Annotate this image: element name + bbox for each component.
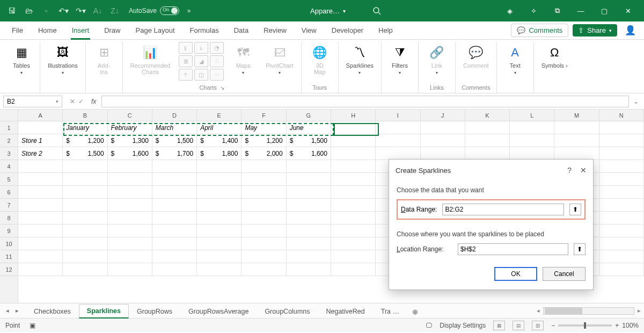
row-header-12[interactable]: 12 [0, 263, 18, 276]
cell[interactable] [197, 225, 241, 237]
cell[interactable] [599, 212, 644, 225]
location-range-input[interactable] [458, 243, 568, 255]
save-icon[interactable]: 🖫 [4, 3, 19, 18]
cell[interactable] [241, 173, 286, 186]
cell[interactable] [197, 237, 241, 250]
cell[interactable] [152, 225, 197, 237]
account-icon[interactable]: 👤 [621, 22, 639, 39]
cell[interactable] [108, 160, 152, 173]
row-header-8[interactable]: 8 [0, 212, 18, 225]
row-header-1[interactable]: 1 [0, 121, 18, 134]
cell[interactable] [331, 147, 376, 160]
symbols-button[interactable]: Ω Symbols › [538, 42, 571, 71]
col-header-L[interactable]: L [510, 110, 554, 121]
cell[interactable] [331, 199, 376, 212]
cell[interactable] [108, 199, 152, 212]
row-header-5[interactable]: 5 [0, 173, 18, 186]
cell[interactable]: $1,200 [241, 134, 286, 147]
cell[interactable] [599, 160, 644, 173]
cell[interactable] [152, 250, 197, 263]
cell[interactable] [287, 225, 331, 237]
cell[interactable] [287, 263, 331, 276]
cell[interactable] [241, 263, 286, 276]
cell[interactable] [376, 147, 420, 160]
cell[interactable] [599, 173, 644, 186]
cell[interactable] [18, 225, 63, 237]
sheet-grouprows[interactable]: GroupRows [129, 304, 180, 318]
cell[interactable] [599, 263, 644, 276]
maps-button[interactable]: 🗺 Maps▾ [229, 42, 257, 78]
cell[interactable] [18, 173, 63, 186]
col-header-I[interactable]: I [376, 110, 420, 121]
cell[interactable]: $1,500 [63, 147, 107, 160]
cell[interactable]: $1,600 [108, 147, 152, 160]
accept-formula-icon[interactable]: ✓ [78, 98, 84, 105]
sheet-tra[interactable]: Tra … [373, 304, 407, 318]
view-pagebreak-icon[interactable]: ▥ [532, 321, 544, 330]
tables-button[interactable]: ▦ Tables▾ [8, 42, 35, 78]
cell[interactable] [599, 147, 644, 160]
cell[interactable] [197, 250, 241, 263]
cell[interactable] [18, 237, 63, 250]
sheet-negred[interactable]: NegativeRed [318, 304, 372, 318]
cell[interactable] [18, 212, 63, 225]
col-header-K[interactable]: K [465, 110, 510, 121]
tab-help[interactable]: Help [372, 21, 399, 40]
cell[interactable] [465, 134, 510, 147]
share-button[interactable]: ⇪ Share ▾ [573, 24, 617, 37]
cell[interactable] [197, 263, 241, 276]
cell[interactable] [152, 186, 197, 199]
tab-data[interactable]: Data [228, 21, 255, 40]
cell[interactable]: $1,300 [108, 134, 152, 147]
comment-button[interactable]: 💬 Comment [460, 42, 492, 71]
sheet-groupcols[interactable]: GroupColumns [257, 304, 318, 318]
cell[interactable] [18, 160, 63, 173]
cell[interactable] [465, 147, 510, 160]
cell[interactable] [241, 225, 286, 237]
cell[interactable] [510, 121, 554, 134]
zoom-slider[interactable] [558, 324, 612, 327]
cell[interactable] [152, 263, 197, 276]
sparklines-button[interactable]: 〽 Sparklines▾ [343, 42, 377, 78]
cell[interactable] [197, 186, 241, 199]
cell[interactable] [241, 160, 286, 173]
zoom-in-icon[interactable]: + [615, 322, 619, 329]
cell[interactable] [18, 199, 63, 212]
cell[interactable] [241, 250, 286, 263]
dialog-close-icon[interactable]: ✕ [580, 166, 587, 175]
row-header-4[interactable]: 4 [0, 160, 18, 173]
cell[interactable] [599, 237, 644, 250]
cell[interactable] [599, 186, 644, 199]
redo-icon[interactable]: ↷▾ [73, 3, 88, 18]
cell[interactable]: June [287, 121, 331, 134]
cancel-button[interactable]: Cancel [543, 267, 586, 281]
cell[interactable] [18, 263, 63, 276]
row-header-9[interactable]: 9 [0, 225, 18, 237]
cell[interactable] [599, 134, 644, 147]
cell[interactable] [18, 186, 63, 199]
tab-review[interactable]: Review [257, 21, 293, 40]
tab-developer[interactable]: Developer [325, 21, 370, 40]
cell[interactable] [152, 173, 197, 186]
cell[interactable] [287, 173, 331, 186]
undo-icon[interactable]: ↶▾ [56, 3, 71, 18]
tab-view[interactable]: View [295, 21, 323, 40]
window-icon[interactable]: ⧉ [545, 0, 569, 21]
chart-combo-icon[interactable]: ⫯ [179, 69, 193, 81]
help-icon[interactable]: ? [567, 166, 572, 175]
name-box[interactable]: B2 ▾ [3, 96, 62, 107]
cell[interactable]: Store 2 [18, 147, 63, 160]
cell[interactable] [108, 225, 152, 237]
cell[interactable] [108, 263, 152, 276]
cell[interactable] [108, 186, 152, 199]
data-range-picker-icon[interactable]: ⬆ [569, 204, 581, 215]
pivotchart-button[interactable]: 🗠 PivotChart▾ [262, 42, 296, 78]
cell[interactable] [599, 199, 644, 212]
cell[interactable] [241, 237, 286, 250]
record-macro-icon[interactable]: ▣ [30, 322, 35, 329]
cell[interactable] [287, 250, 331, 263]
cell[interactable] [376, 121, 420, 134]
tab-formulas[interactable]: Formulas [184, 21, 225, 40]
cell[interactable] [331, 237, 376, 250]
cell[interactable]: $1,600 [287, 147, 331, 160]
